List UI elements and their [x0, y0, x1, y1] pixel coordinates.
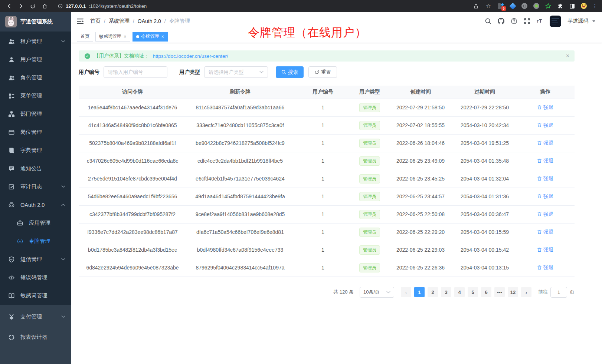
- annotation-text: 令牌管理（在线用户）: [248, 25, 367, 40]
- username[interactable]: 芋道源码: [567, 18, 588, 24]
- emoji-extension-icon[interactable]: [580, 3, 587, 9]
- chevron-up-icon: [61, 203, 65, 206]
- search-button[interactable]: 搜索: [276, 66, 304, 78]
- sidebar-item-post[interactable]: 岗位管理: [0, 123, 71, 141]
- next-page-button[interactable]: ›: [521, 287, 531, 297]
- sidebar-item-sensitive-word[interactable]: 敏感词管理: [0, 287, 71, 305]
- extension-squares-icon[interactable]: 9: [497, 3, 504, 9]
- force-logout-button[interactable]: 强退: [537, 122, 553, 129]
- table-row: c347026e805e4d99b0d116eae66eda8ccdfc4ce9…: [79, 152, 575, 170]
- sidebar-item-user[interactable]: 用户管理: [0, 50, 71, 69]
- expires-at-cell: 2054-03-04 00:13:15: [454, 259, 516, 277]
- prev-page-button[interactable]: ‹: [401, 287, 411, 297]
- refresh-token-cell: 9ce8ef2aa9f14056b831ae9b608e28d5: [186, 205, 294, 223]
- fullscreen-icon[interactable]: [524, 18, 530, 24]
- page-4-button[interactable]: 4: [454, 287, 465, 297]
- breadcrumb-item[interactable]: 系统管理: [109, 18, 130, 24]
- created-at-cell: 2022-07-02 18:55:55: [387, 116, 454, 134]
- extensions-puzzle-icon[interactable]: [557, 3, 563, 9]
- font-size-icon[interactable]: TT: [537, 18, 543, 24]
- refresh-token-cell: dfa6c71a50a54c66bef706ef9e6e8d81: [186, 223, 294, 241]
- close-icon[interactable]: ×: [566, 53, 569, 59]
- force-logout-button[interactable]: 强退: [537, 193, 553, 200]
- sidebar-item-oauth2-token[interactable]: A令牌管理: [0, 232, 71, 250]
- close-icon[interactable]: ×: [124, 34, 127, 39]
- user-avatar[interactable]: [550, 16, 561, 27]
- browser-home-icon[interactable]: [40, 1, 49, 10]
- page-6-button[interactable]: 6: [481, 287, 491, 297]
- sidebar-item-error-code[interactable]: 错误码管理: [0, 268, 71, 287]
- sidebar-item-dept[interactable]: 部门管理: [0, 105, 71, 123]
- sidebar-item-label: 支付管理: [20, 313, 42, 320]
- browser-reload-icon[interactable]: [28, 1, 37, 10]
- force-logout-button[interactable]: 强退: [537, 246, 553, 253]
- user-id-label: 用户编号: [79, 69, 99, 76]
- extension-star-icon[interactable]: [545, 3, 552, 9]
- user-type-select[interactable]: 请选择用户类型: [204, 66, 268, 78]
- sidebar-item-tenant[interactable]: 租户管理: [0, 32, 71, 50]
- extension-command-icon[interactable]: [521, 3, 528, 9]
- help-icon[interactable]: [511, 18, 517, 24]
- sidebar-item-report[interactable]: 报表设计器: [0, 327, 71, 347]
- user-id-input[interactable]: 请输入用户编号: [104, 66, 167, 78]
- split-screen-icon[interactable]: [569, 3, 575, 9]
- page-2-button[interactable]: 2: [428, 287, 438, 297]
- browser-forward-icon[interactable]: [16, 1, 25, 10]
- force-logout-button[interactable]: 强退: [537, 140, 553, 146]
- search-icon[interactable]: [485, 18, 491, 24]
- page-ellipsis-button[interactable]: •••: [494, 287, 505, 297]
- force-logout-button[interactable]: 强退: [537, 158, 553, 164]
- sidebar-item-role[interactable]: 角色管理: [0, 69, 71, 87]
- browser-menu-icon[interactable]: ⋮: [592, 4, 598, 8]
- caret-down-icon[interactable]: [592, 20, 595, 22]
- force-logout-button[interactable]: 强退: [537, 104, 553, 111]
- force-logout-button[interactable]: 强退: [537, 229, 553, 235]
- breadcrumb-item[interactable]: 首页: [90, 18, 101, 24]
- browser-address-bar[interactable]: 127.0.0.1:1024/system/oauth2/token: [54, 1, 472, 10]
- goto-page-input[interactable]: 1: [550, 287, 567, 298]
- sidebar-item-label: 租户管理: [20, 38, 42, 45]
- alert-link[interactable]: https://doc.iocoder.cn/user-center/: [153, 53, 228, 59]
- sidebar-item-pay[interactable]: 支付管理: [0, 307, 71, 327]
- table-row: b0d1785bc3a8482f812db4a3f3bd15ecb0df4980…: [79, 241, 575, 259]
- site-info-icon[interactable]: [58, 4, 63, 9]
- force-logout-button[interactable]: 强退: [537, 264, 553, 271]
- user-type-cell: 管理员: [352, 99, 387, 116]
- sidebar-item-sms[interactable]: 短信管理: [0, 250, 71, 268]
- tab-home[interactable]: 首页: [77, 32, 93, 42]
- page-12-button[interactable]: 12: [508, 287, 518, 297]
- app-logo[interactable]: 芋道管理系统: [0, 12, 71, 32]
- bookmark-star-icon[interactable]: ☆: [485, 1, 492, 10]
- sidebar-item-oauth2[interactable]: OAuth 2.0: [0, 196, 71, 214]
- created-at-cell: 2022-06-25 23:49:09: [387, 152, 454, 170]
- refresh-token-cell: cdfc4ce9c2da4bb1bdf21b9918ff4be5: [186, 152, 294, 170]
- extension-gem-icon[interactable]: [509, 3, 516, 9]
- sidebar-item-label: 通知公告: [20, 165, 42, 172]
- reset-button[interactable]: 重置: [308, 66, 337, 78]
- browser-back-icon[interactable]: [4, 1, 13, 10]
- github-icon[interactable]: [498, 18, 504, 24]
- sidebar-item-oauth2-app[interactable]: 应用管理: [0, 214, 71, 232]
- access-token-cell: 6d842e2924594de9a09e45e087323abe: [79, 259, 186, 277]
- page-1-button[interactable]: 1: [414, 287, 425, 297]
- page-5-button[interactable]: 5: [468, 287, 478, 297]
- tab-token[interactable]: 令牌管理×: [132, 32, 168, 42]
- expires-at-cell: 2054-03-04 00:15:42: [454, 241, 516, 259]
- page-3-button[interactable]: 3: [441, 287, 451, 297]
- extension-record-icon[interactable]: [533, 3, 540, 9]
- sidebar-item-audit[interactable]: 审计日志: [0, 178, 71, 196]
- tab-sensitive-word[interactable]: 敏感词管理×: [95, 32, 130, 42]
- close-icon[interactable]: ×: [161, 34, 164, 39]
- share-icon[interactable]: [472, 1, 480, 10]
- total-count: 共 120 条: [333, 289, 354, 295]
- user-id-cell: 1: [294, 205, 352, 223]
- page-size-select[interactable]: 10条/页: [360, 287, 394, 298]
- breadcrumb-item[interactable]: OAuth 2.0: [138, 18, 161, 24]
- sidebar-item-dict[interactable]: 字典管理: [0, 141, 71, 159]
- refresh-token-cell: 333ecfc71e02480cb11055c875c3ca0f: [186, 116, 294, 134]
- sidebar-item-menu[interactable]: 菜单管理: [0, 87, 71, 105]
- sidebar-item-notice[interactable]: 通知公告: [0, 159, 71, 178]
- hamburger-icon[interactable]: [77, 18, 84, 24]
- force-logout-button[interactable]: 强退: [537, 175, 553, 182]
- force-logout-button[interactable]: 强退: [537, 211, 553, 218]
